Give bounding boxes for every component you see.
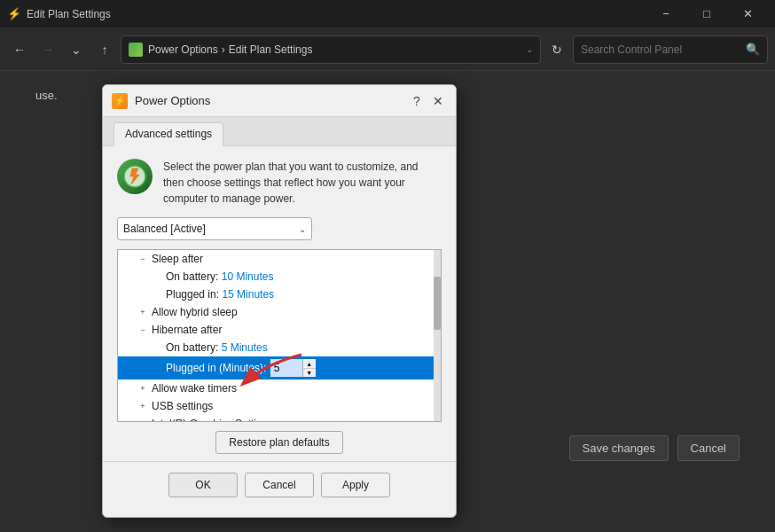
- ok-button[interactable]: OK: [168, 473, 238, 497]
- hibernate-label: Hibernate after: [152, 324, 222, 336]
- wake-timers-label: Allow wake timers: [152, 382, 237, 395]
- modal-body: Advanced settings Select the power: [103, 117, 456, 517]
- search-input[interactable]: [581, 43, 746, 56]
- dropdown-button[interactable]: ⌄: [64, 37, 89, 62]
- breadcrumb-sep: ›: [222, 43, 225, 56]
- address-icon: [129, 43, 143, 57]
- hibernate-expander[interactable]: −: [136, 323, 150, 337]
- spinbox-increment[interactable]: ▲: [303, 359, 316, 368]
- modal-title-bar: ⚡ Power Options ? ✕: [103, 85, 456, 117]
- sleep-plugged-label: Plugged in:: [166, 288, 222, 301]
- search-icon: 🔍: [746, 43, 760, 56]
- tree-item-wake-timers[interactable]: + Allow wake timers: [118, 379, 441, 397]
- advanced-settings-tab[interactable]: Advanced settings: [114, 122, 223, 146]
- restore-btn-row: Restore plan defaults: [103, 422, 456, 454]
- sleep-plugged-expander: [150, 287, 164, 301]
- maximize-button[interactable]: □: [686, 0, 727, 28]
- tree-item-usb-settings[interactable]: + USB settings: [118, 397, 441, 415]
- tree-item-hibernate[interactable]: − Hibernate after: [118, 321, 441, 339]
- window-icon: ⚡: [7, 7, 21, 21]
- hibernate-plugged-expander: [150, 361, 164, 375]
- title-bar: ⚡ Edit Plan Settings − □ ✕: [0, 0, 775, 28]
- sleep-battery-expander: [150, 270, 164, 284]
- hibernate-battery-value[interactable]: 5 Minutes: [222, 341, 268, 354]
- tree-item-hibernate-plugged[interactable]: Plugged in (Minutes): ▲ ▼: [118, 356, 441, 379]
- minimize-button[interactable]: −: [646, 0, 686, 28]
- modal-icon: ⚡: [112, 93, 128, 109]
- sleep-plugged-value[interactable]: 15 Minutes: [222, 288, 274, 301]
- hibernate-battery-label: On battery:: [166, 341, 222, 354]
- modal-overlay: ⚡ Power Options ? ✕ Advanced settings: [0, 71, 775, 532]
- spinbox[interactable]: ▲ ▼: [270, 358, 317, 378]
- intel-graphics-expander[interactable]: +: [136, 417, 150, 422]
- spinbox-decrement[interactable]: ▼: [303, 368, 316, 377]
- spinbox-input[interactable]: [270, 359, 302, 377]
- spinbox-buttons: ▲ ▼: [302, 359, 316, 377]
- usb-settings-label: USB settings: [152, 400, 213, 412]
- tree-item-intel-graphics[interactable]: + Intel(R) Graphics Settings: [118, 415, 441, 422]
- power-options-dialog: ⚡ Power Options ? ✕ Advanced settings: [102, 84, 457, 518]
- sleep-battery-label: On battery:: [166, 270, 222, 283]
- tree-item-hibernate-battery[interactable]: On battery: 5 Minutes: [118, 339, 441, 356]
- sleep-after-expander[interactable]: −: [136, 252, 150, 266]
- intel-graphics-label: Intel(R) Graphics Settings: [152, 418, 273, 422]
- hybrid-sleep-expander[interactable]: +: [136, 305, 150, 319]
- breadcrumb: Power Options › Edit Plan Settings: [148, 43, 312, 56]
- hibernate-battery-expander: [150, 340, 164, 355]
- modal-title: Power Options: [135, 94, 401, 107]
- refresh-button[interactable]: ↻: [544, 37, 569, 62]
- hibernate-plugged-label: Plugged in (Minutes):: [166, 362, 270, 374]
- sleep-after-label: Sleep after: [152, 253, 203, 265]
- dialog-help-button[interactable]: ?: [408, 92, 426, 110]
- settings-tree[interactable]: − Sleep after On battery: 10 Minutes Plu…: [117, 249, 442, 422]
- plan-dropdown-row: Balanced [Active] ⌄: [103, 217, 456, 249]
- back-button[interactable]: ←: [7, 37, 32, 62]
- tree-item-hybrid-sleep[interactable]: + Allow hybrid sleep: [118, 303, 441, 321]
- window-title: Edit Plan Settings: [27, 8, 646, 20]
- apply-button[interactable]: Apply: [321, 473, 390, 497]
- description-icon: [117, 159, 153, 194]
- up-button[interactable]: ↑: [92, 37, 117, 62]
- scrollbar-track[interactable]: [434, 250, 441, 421]
- hybrid-sleep-label: Allow hybrid sleep: [152, 306, 238, 318]
- search-box[interactable]: 🔍: [573, 35, 768, 64]
- sleep-battery-value[interactable]: 10 Minutes: [222, 270, 274, 283]
- scrollbar-thumb[interactable]: [434, 277, 441, 330]
- main-area: use. ⚡ Plugged in minutes ⌄ minutes ⌄ Sa…: [0, 71, 775, 532]
- breadcrumb-power-options[interactable]: Power Options: [148, 43, 218, 56]
- breadcrumb-edit-plan: Edit Plan Settings: [229, 43, 313, 56]
- dialog-close-button[interactable]: ✕: [429, 92, 447, 110]
- modal-description: Select the power plan that you want to c…: [103, 146, 456, 217]
- power-svg: [122, 164, 147, 189]
- title-bar-controls: − □ ✕: [646, 0, 768, 28]
- tree-item-sleep-battery[interactable]: On battery: 10 Minutes: [118, 268, 441, 286]
- modal-footer: OK Cancel Apply: [103, 461, 456, 506]
- description-text: Select the power plan that you want to c…: [163, 159, 442, 207]
- dialog-cancel-button[interactable]: Cancel: [245, 473, 314, 497]
- plan-dropdown-text: Balanced [Active]: [123, 223, 299, 235]
- usb-settings-expander[interactable]: +: [136, 399, 150, 413]
- nav-bar: ← → ⌄ ↑ Power Options › Edit Plan Settin…: [0, 28, 775, 71]
- plan-dropdown[interactable]: Balanced [Active] ⌄: [117, 217, 312, 240]
- tree-item-sleep-after[interactable]: − Sleep after: [118, 250, 441, 268]
- modal-title-buttons: ? ✕: [408, 92, 447, 110]
- tree-item-sleep-plugged[interactable]: Plugged in: 15 Minutes: [118, 286, 441, 303]
- window-close-button[interactable]: ✕: [727, 0, 768, 28]
- address-dropdown-arrow[interactable]: ⌄: [526, 44, 533, 54]
- restore-plan-defaults-button[interactable]: Restore plan defaults: [215, 431, 342, 454]
- power-icon: [117, 159, 153, 194]
- forward-button[interactable]: →: [35, 37, 60, 62]
- plan-dropdown-arrow: ⌄: [299, 224, 306, 234]
- address-bar[interactable]: Power Options › Edit Plan Settings ⌄: [121, 35, 541, 64]
- wake-timers-expander[interactable]: +: [136, 381, 150, 395]
- modal-tab-bar: Advanced settings: [103, 117, 456, 146]
